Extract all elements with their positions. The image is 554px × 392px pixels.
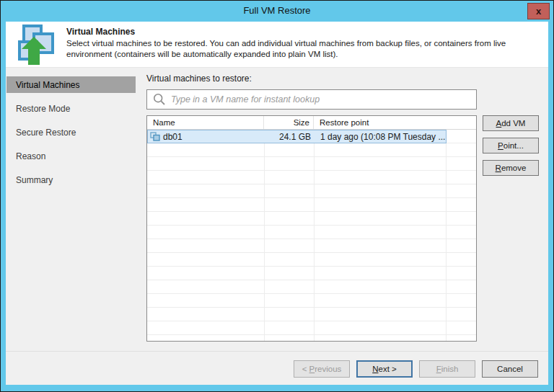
dialog-body: Virtual Machines Select virtual machines…: [6, 22, 548, 385]
sidebar-item-label: Reason: [16, 151, 45, 161]
wizard-steps-sidebar: Virtual Machines Restore Mode Secure Res…: [6, 68, 136, 351]
grid-line: [264, 130, 265, 341]
grid-line: [446, 130, 447, 341]
wizard-header: Virtual Machines Select virtual machines…: [6, 22, 548, 68]
vm-table-header: Name Size Restore point: [147, 116, 476, 130]
column-header-name[interactable]: Name: [147, 116, 264, 129]
vm-icon: [150, 132, 160, 141]
vm-table: Name Size Restore point: [146, 115, 477, 342]
vm-size-cell: 24.1 GB: [265, 132, 315, 142]
vm-name-cell: db01: [148, 132, 265, 142]
vm-name: db01: [163, 132, 183, 142]
column-header-size[interactable]: Size: [264, 116, 314, 129]
vm-restore-point-cell: 1 day ago (10:08 PM Tuesday ...: [315, 132, 446, 142]
finish-button[interactable]: Finish: [419, 360, 475, 378]
vm-search-box: [146, 89, 477, 110]
grid-line: [314, 130, 315, 341]
next-button[interactable]: Next >: [356, 360, 413, 378]
wizard-content: Virtual Machines Restore Mode Secure Res…: [6, 68, 548, 351]
sidebar-item-label: Virtual Machines: [16, 80, 80, 90]
full-vm-restore-dialog: Full VM Restore x Virtual Machines Selec…: [0, 0, 554, 392]
column-header-restore-point[interactable]: Restore point: [314, 116, 476, 129]
cancel-button[interactable]: Cancel: [482, 360, 538, 378]
sidebar-item-secure-restore[interactable]: Secure Restore: [6, 124, 136, 141]
window-title: Full VM Restore: [1, 1, 553, 21]
virtual-machines-restore-icon: [18, 24, 58, 65]
close-button[interactable]: x: [527, 3, 550, 19]
vm-list-pane: Virtual machines to restore: Name Size R…: [136, 68, 548, 351]
point-button[interactable]: Point...: [483, 138, 539, 153]
vm-list-label: Virtual machines to restore:: [146, 74, 252, 84]
sidebar-item-restore-mode[interactable]: Restore Mode: [6, 100, 136, 117]
step-title: Virtual Machines: [66, 27, 135, 37]
sidebar-item-label: Restore Mode: [16, 104, 70, 114]
vm-search-input[interactable]: [171, 94, 472, 104]
sidebar-item-reason[interactable]: Reason: [6, 148, 136, 164]
title-bar: Full VM Restore x: [1, 1, 553, 21]
sidebar-item-summary[interactable]: Summary: [6, 172, 136, 188]
search-icon: [153, 93, 166, 106]
vm-action-buttons: Add VM Point... Remove: [483, 115, 539, 182]
close-icon: x: [536, 6, 541, 17]
sidebar-item-virtual-machines[interactable]: Virtual Machines: [6, 76, 136, 93]
add-vm-button[interactable]: Add VM: [483, 115, 539, 131]
sidebar-item-label: Secure Restore: [16, 128, 76, 138]
previous-button[interactable]: < Previous: [294, 360, 350, 378]
remove-button[interactable]: Remove: [483, 160, 539, 176]
step-description: Select virtual machines to be restored. …: [66, 38, 538, 60]
vm-table-body: db01 24.1 GB 1 day ago (10:08 PM Tuesday…: [147, 130, 476, 341]
sidebar-item-label: Summary: [16, 175, 53, 185]
wizard-footer: < Previous Next > Finish Cancel: [6, 351, 548, 385]
table-row-db01[interactable]: db01 24.1 GB 1 day ago (10:08 PM Tuesday…: [147, 130, 447, 143]
